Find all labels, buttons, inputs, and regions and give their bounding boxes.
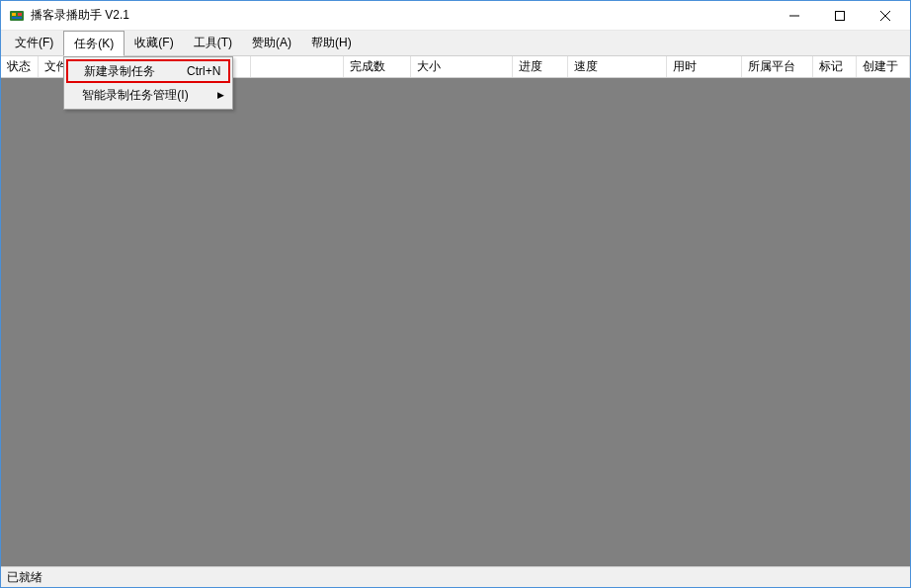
- menu-task-label: 任务(K): [74, 36, 114, 52]
- dropdown-item-shortcut: Ctrl+N: [187, 64, 220, 78]
- app-icon: [9, 8, 25, 24]
- menu-task[interactable]: 任务(K) 新建录制任务 Ctrl+N 智能录制任务管理(I) ▶: [63, 31, 124, 56]
- titlebar: 播客录播助手 V2.1: [1, 1, 910, 31]
- maximize-button[interactable]: [817, 2, 863, 30]
- content-area: [1, 78, 910, 566]
- submenu-arrow-icon: ▶: [217, 90, 224, 100]
- menu-file[interactable]: 文件(F): [5, 31, 63, 55]
- status-text: 已就绪: [7, 569, 42, 586]
- close-button[interactable]: [863, 2, 908, 30]
- col-mark[interactable]: 标记: [813, 56, 857, 77]
- menu-favorite[interactable]: 收藏(F): [124, 31, 183, 55]
- minimize-button[interactable]: [772, 2, 817, 30]
- window-title: 播客录播助手 V2.1: [31, 7, 772, 24]
- col-created[interactable]: 创建于: [857, 56, 910, 77]
- menu-tools[interactable]: 工具(T): [184, 31, 242, 55]
- dropdown-new-record-task[interactable]: 新建录制任务 Ctrl+N: [66, 59, 230, 83]
- dropdown-item-label: 新建录制任务: [84, 63, 171, 80]
- svg-rect-5: [836, 11, 845, 20]
- col-status[interactable]: 状态: [1, 56, 39, 77]
- svg-rect-3: [12, 17, 22, 19]
- col-progress[interactable]: 进度: [513, 56, 568, 77]
- dropdown-item-label: 智能录制任务管理(I): [82, 87, 222, 104]
- col-speed[interactable]: 速度: [568, 56, 667, 77]
- col-platform[interactable]: 所属平台: [742, 56, 813, 77]
- col-elapsed[interactable]: 用时: [667, 56, 742, 77]
- menu-sponsor[interactable]: 赞助(A): [242, 31, 301, 55]
- svg-rect-2: [18, 13, 22, 16]
- col-size[interactable]: 大小: [411, 56, 514, 77]
- statusbar: 已就绪: [1, 566, 910, 588]
- menubar: 文件(F) 任务(K) 新建录制任务 Ctrl+N 智能录制任务管理(I) ▶ …: [1, 31, 910, 56]
- dropdown-smart-record-manage[interactable]: 智能录制任务管理(I) ▶: [66, 83, 230, 107]
- task-dropdown: 新建录制任务 Ctrl+N 智能录制任务管理(I) ▶: [63, 56, 233, 110]
- window-controls: [772, 2, 908, 30]
- col-blank[interactable]: [251, 56, 344, 77]
- svg-rect-1: [12, 13, 16, 16]
- menu-help[interactable]: 帮助(H): [301, 31, 362, 55]
- col-completed[interactable]: 完成数: [344, 56, 411, 77]
